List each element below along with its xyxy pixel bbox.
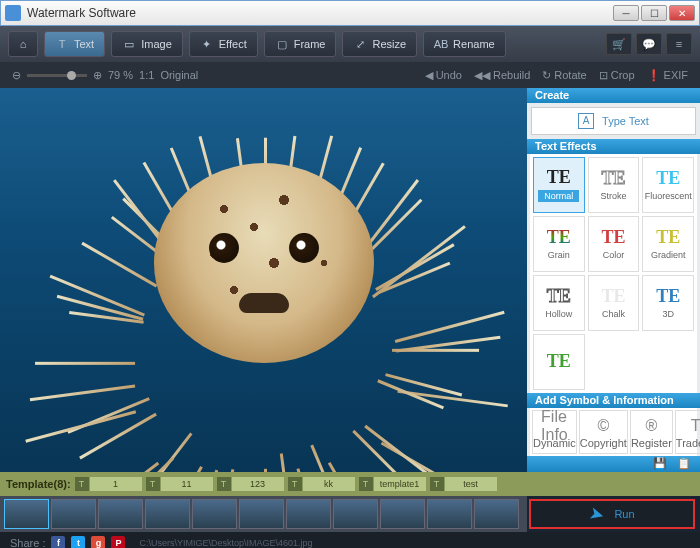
effect-icon: ✦ <box>200 37 214 51</box>
effect-fluorescent[interactable]: TEFluorescent <box>642 157 694 213</box>
thumbnail[interactable] <box>474 499 519 529</box>
pinterest-icon[interactable]: P <box>111 536 125 548</box>
resize-tool-button[interactable]: ⤢Resize <box>342 31 417 57</box>
thumbnail[interactable] <box>192 499 237 529</box>
file-path: C:\Users\YIMIGE\Desktop\IMAGE\4601.jpg <box>139 538 312 548</box>
zoom-value: 79 % <box>108 69 133 81</box>
home-button[interactable]: ⌂ <box>8 31 38 57</box>
share-label: Share : <box>10 537 45 548</box>
effect-stroke[interactable]: TEStroke <box>588 157 640 213</box>
cart-button[interactable]: 🛒 <box>606 33 632 55</box>
template-item[interactable]: T1 <box>75 477 142 491</box>
effect-3d[interactable]: TE3D <box>642 275 694 331</box>
original-button[interactable]: Original <box>160 69 198 81</box>
thumbnail[interactable] <box>333 499 378 529</box>
effect-gradient[interactable]: TEGradient <box>642 216 694 272</box>
effect-extra[interactable]: TE <box>533 334 585 390</box>
rename-icon: AB <box>434 37 448 51</box>
thumbnail[interactable] <box>380 499 425 529</box>
sidebar: Create A Type Text Text Effects TENormal… <box>527 88 700 472</box>
symbol-register[interactable]: ®Register <box>630 410 673 454</box>
titlebar: Watermark Software ─ ☐ ✕ <box>0 0 700 26</box>
effect-tool-button[interactable]: ✦Effect <box>189 31 258 57</box>
main-toolbar: ⌂ TText ▭Image ✦Effect ▢Frame ⤢Resize AB… <box>0 26 700 62</box>
save-as-icon[interactable]: 📋 <box>676 456 692 472</box>
thumbnail[interactable] <box>4 499 49 529</box>
window-title: Watermark Software <box>27 6 613 20</box>
image-icon: ▭ <box>122 37 136 51</box>
rebuild-button[interactable]: ◀◀Rebuild <box>474 69 530 82</box>
twitter-icon[interactable]: t <box>71 536 85 548</box>
home-icon: ⌂ <box>16 37 30 51</box>
image-content <box>74 93 454 433</box>
add-symbol-header: Add Symbol & Information <box>527 393 700 408</box>
close-button[interactable]: ✕ <box>669 5 695 21</box>
undo-button[interactable]: ◀Undo <box>425 69 462 82</box>
symbol-copyright[interactable]: ©Copyright <box>579 410 628 454</box>
text-effects-header: Text Effects <box>527 139 700 154</box>
frame-icon: ▢ <box>275 37 289 51</box>
text-icon: T <box>55 37 69 51</box>
effect-grain[interactable]: TEGrain <box>533 216 585 272</box>
image-tool-button[interactable]: ▭Image <box>111 31 183 57</box>
exif-button[interactable]: ❗EXIF <box>647 69 688 82</box>
frame-tool-button[interactable]: ▢Frame <box>264 31 337 57</box>
effects-grid: TENormalTEStrokeTEFluorescentTEGrainTECo… <box>530 154 697 393</box>
resize-icon: ⤢ <box>353 37 367 51</box>
zoom-in-button[interactable]: ⊕ <box>93 69 102 82</box>
thumbnail[interactable] <box>98 499 143 529</box>
save-icons-bar: 💾 📋 <box>527 456 700 472</box>
minimize-button[interactable]: ─ <box>613 5 639 21</box>
run-button[interactable]: ➤ Run <box>529 499 695 529</box>
crop-button[interactable]: ⊡Crop <box>599 69 635 82</box>
symbols-row: FileInfoDynamic©Copyright®RegisterTMTrad… <box>530 408 697 456</box>
template-item[interactable]: Ttest <box>430 477 497 491</box>
thumbnail[interactable] <box>427 499 472 529</box>
template-item[interactable]: T123 <box>217 477 284 491</box>
templates-bar: Template(8): T1T11T123TkkTtemplate1Ttest <box>0 472 700 496</box>
thumbnail[interactable] <box>286 499 331 529</box>
symbol-dynamic[interactable]: FileInfoDynamic <box>532 410 577 454</box>
symbol-trademark[interactable]: TMTrademark <box>675 410 700 454</box>
rename-tool-button[interactable]: ABRename <box>423 31 506 57</box>
create-header: Create <box>527 88 700 103</box>
effect-hollow[interactable]: TEHollow <box>533 275 585 331</box>
rotate-button[interactable]: ↻Rotate <box>542 69 586 82</box>
chat-icon: 💬 <box>642 38 656 51</box>
facebook-icon[interactable]: f <box>51 536 65 548</box>
app-icon <box>5 5 21 21</box>
effect-chalk[interactable]: TEChalk <box>588 275 640 331</box>
zoom-out-button[interactable]: ⊖ <box>12 69 21 82</box>
cart-icon: 🛒 <box>612 38 626 51</box>
menu-icon: ≡ <box>676 38 682 50</box>
menu-button[interactable]: ≡ <box>666 33 692 55</box>
thumbnail[interactable] <box>239 499 284 529</box>
effect-normal[interactable]: TENormal <box>533 157 585 213</box>
chat-button[interactable]: 💬 <box>636 33 662 55</box>
effect-color[interactable]: TEColor <box>588 216 640 272</box>
save-icon[interactable]: 💾 <box>652 456 668 472</box>
text-tool-button[interactable]: TText <box>44 31 105 57</box>
template-item[interactable]: T11 <box>146 477 213 491</box>
maximize-button[interactable]: ☐ <box>641 5 667 21</box>
text-box-icon: A <box>578 113 594 129</box>
run-arrow-icon: ➤ <box>587 501 607 526</box>
share-bar: Share : f t g P C:\Users\YIMIGE\Desktop\… <box>0 532 700 548</box>
zoom-slider[interactable] <box>27 74 87 77</box>
thumbnail-strip <box>0 496 527 532</box>
thumbnail[interactable] <box>145 499 190 529</box>
thumbnail[interactable] <box>51 499 96 529</box>
sub-toolbar: ⊖ ⊕ 79 % 1:1 Original ◀Undo ◀◀Rebuild ↻R… <box>0 62 700 88</box>
template-item[interactable]: Tkk <box>288 477 355 491</box>
google-plus-icon[interactable]: g <box>91 536 105 548</box>
templates-label: Template(8): <box>6 478 71 490</box>
type-text-button[interactable]: A Type Text <box>531 107 696 135</box>
ratio-button[interactable]: 1:1 <box>139 69 154 81</box>
template-item[interactable]: Ttemplate1 <box>359 477 426 491</box>
canvas-preview[interactable] <box>0 88 527 472</box>
